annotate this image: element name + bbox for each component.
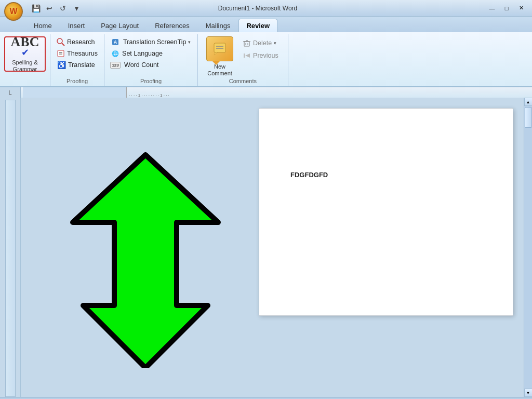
comment-small-btns: Delete ▾ Previous bbox=[240, 37, 282, 61]
thesaurus-label: Thesaurus bbox=[67, 50, 98, 57]
new-comment-button[interactable]: New Comment bbox=[204, 36, 235, 77]
translate-button[interactable]: ♿ Translate bbox=[55, 59, 97, 71]
ruler-corner[interactable]: L bbox=[0, 87, 21, 98]
content-area[interactable]: FDGFDGFD bbox=[21, 98, 524, 397]
comments-group: New Comment Delete bbox=[198, 34, 288, 86]
proofing-tools-group: Research Thesaurus ♿ Translate Proofing bbox=[50, 34, 104, 86]
word-count-icon: 123 bbox=[111, 60, 120, 70]
language-group: A Translation ScreenTip ▾ 🌐 Set Language… bbox=[104, 34, 198, 86]
title-bar: W 💾 ↩ ↺ ▾ Document1 - Microsoft Word — □… bbox=[0, 0, 532, 17]
maximize-button[interactable]: □ bbox=[500, 4, 513, 13]
status-bar: Page: 1 of 1 Words: 1 English (U.S.) bbox=[0, 397, 532, 399]
word-count-button[interactable]: 123 Word Count bbox=[109, 59, 161, 71]
proofing-group-label: Proofing bbox=[55, 77, 100, 86]
comment-label: Comment bbox=[207, 70, 232, 76]
tab-references[interactable]: References bbox=[147, 19, 197, 32]
scroll-up-button[interactable]: ▲ bbox=[524, 98, 533, 106]
check-icon: ✔ bbox=[21, 47, 29, 58]
close-button[interactable]: ✕ bbox=[514, 4, 528, 13]
spelling-label: Spelling &Grammar bbox=[12, 59, 38, 73]
word-count-label: Word Count bbox=[124, 61, 158, 69]
window-title: Document1 - Microsoft Word bbox=[30, 5, 485, 12]
translation-tip-icon: A bbox=[111, 37, 120, 47]
vertical-scrollbar[interactable]: ▲ ▼ bbox=[524, 98, 532, 397]
tab-bar: Home Insert Page Layout References Maili… bbox=[0, 17, 532, 32]
ribbon-content: ABC ✔ Spelling &Grammar Research Thesaur… bbox=[0, 32, 532, 86]
green-arrow-indicator bbox=[42, 139, 249, 370]
scroll-track[interactable] bbox=[524, 106, 532, 389]
delete-icon bbox=[243, 39, 251, 47]
translation-tip-label: Translation ScreenTip bbox=[123, 38, 186, 46]
office-logo-icon: W bbox=[9, 7, 17, 16]
minimize-button[interactable]: — bbox=[485, 4, 499, 13]
tab-review[interactable]: Review bbox=[238, 19, 277, 32]
research-label: Research bbox=[67, 38, 95, 46]
svg-marker-9 bbox=[245, 54, 250, 58]
thesaurus-button[interactable]: Thesaurus bbox=[55, 48, 100, 59]
tab-page-layout[interactable]: Page Layout bbox=[93, 19, 147, 32]
vertical-ruler bbox=[5, 100, 16, 397]
scroll-down-button[interactable]: ▼ bbox=[524, 389, 533, 397]
ruler-bar: L · · · · 1 · · · · · · · · 1 · · · bbox=[0, 87, 532, 98]
tab-insert[interactable]: Insert bbox=[60, 19, 93, 32]
set-language-icon: 🌐 bbox=[111, 50, 120, 57]
previous-icon bbox=[243, 51, 251, 60]
tab-mailings[interactable]: Mailings bbox=[198, 19, 238, 32]
delete-label: Delete bbox=[253, 39, 272, 47]
document-page[interactable]: FDGFDGFD bbox=[259, 108, 513, 316]
horizontal-ruler: · · · · 1 · · · · · · · · 1 · · · bbox=[21, 87, 532, 98]
ruler-marks: · · · · 1 · · · · · · · · 1 · · · bbox=[21, 87, 532, 98]
delete-dropdown-icon: ▾ bbox=[274, 41, 276, 46]
document-area: FDGFDGFD ▲ ▼ bbox=[0, 98, 532, 397]
translate-label: Translate bbox=[68, 61, 95, 69]
svg-rect-0 bbox=[214, 43, 225, 52]
spelling-grammar-button[interactable]: ABC ✔ Spelling &Grammar bbox=[4, 36, 46, 72]
window-controls: — □ ✕ bbox=[485, 4, 528, 13]
svg-marker-11 bbox=[73, 155, 218, 368]
office-button[interactable]: W bbox=[4, 2, 23, 21]
translation-tip-dropdown-icon: ▾ bbox=[188, 39, 191, 45]
left-sidebar bbox=[0, 98, 21, 397]
set-language-label: Set Language bbox=[122, 50, 163, 57]
proofing-group-label2: Proofing bbox=[109, 77, 193, 86]
delete-comment-button[interactable]: Delete ▾ bbox=[240, 37, 282, 49]
svg-rect-4 bbox=[244, 42, 249, 46]
research-button[interactable]: Research bbox=[55, 36, 97, 48]
tab-home[interactable]: Home bbox=[26, 19, 60, 32]
comments-group-label: Comments bbox=[204, 77, 282, 86]
scroll-thumb[interactable] bbox=[525, 107, 532, 128]
set-language-button[interactable]: 🌐 Set Language bbox=[109, 48, 165, 59]
previous-comment-button[interactable]: Previous bbox=[240, 50, 282, 61]
translate-icon: ♿ bbox=[57, 60, 66, 70]
new-comment-icon bbox=[206, 36, 233, 61]
ribbon: Home Insert Page Layout References Maili… bbox=[0, 17, 532, 87]
research-icon bbox=[57, 38, 65, 46]
previous-label: Previous bbox=[253, 52, 278, 59]
proofing-spelling-group: ABC ✔ Spelling &Grammar bbox=[2, 34, 50, 86]
svg-marker-1 bbox=[214, 52, 218, 55]
thesaurus-icon bbox=[57, 49, 65, 58]
translation-screentip-button[interactable]: A Translation ScreenTip ▾ bbox=[109, 36, 193, 48]
document-text: FDGFDGFD bbox=[290, 171, 482, 179]
